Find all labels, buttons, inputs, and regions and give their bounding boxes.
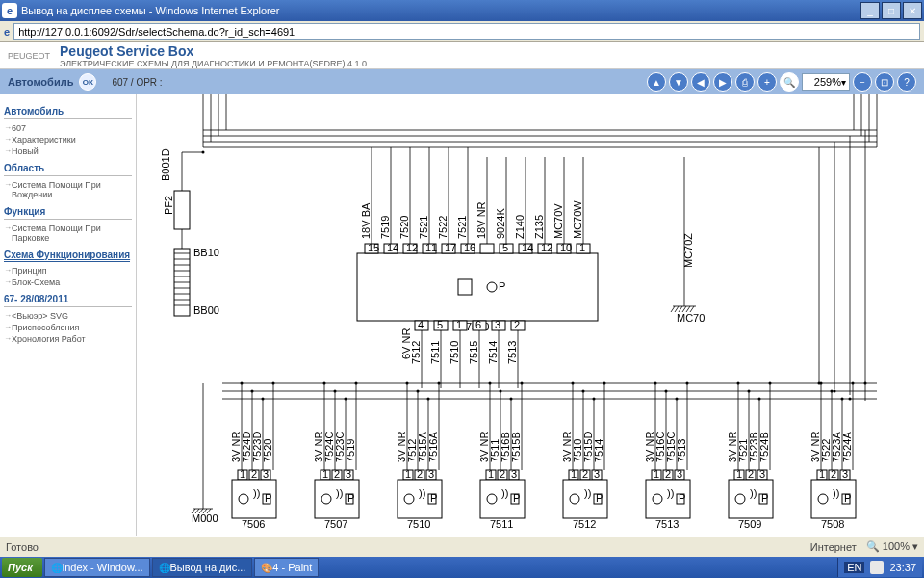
svg-point-255 — [676, 398, 679, 401]
minimize-button[interactable]: _ — [860, 2, 880, 19]
fit-button[interactable]: ⊡ — [875, 72, 894, 92]
sidebar-item-history[interactable]: Хронология Работ — [4, 333, 132, 345]
svg-text:6: 6 — [475, 319, 481, 330]
svg-text:18V  NR: 18V NR — [475, 201, 487, 239]
app-subtitle: ЭЛЕКТРИЧЕСКИЕ СХЕМЫ ДЛЯ ДИАГНОСТИКИ И РЕ… — [60, 59, 367, 68]
svg-point-159 — [345, 398, 347, 401]
status-internet: Интернет — [810, 541, 857, 553]
svg-text:14: 14 — [387, 242, 398, 253]
svg-text:MC70Z: MC70Z — [682, 233, 694, 268]
search-button[interactable]: 🔍 — [780, 72, 799, 92]
address-input[interactable]: http://127.0.0.1:6092/Sdr/selectSchema.d… — [13, 23, 920, 40]
svg-text:9024K: 9024K — [495, 208, 506, 239]
taskbar-item-paint[interactable]: 🎨 4 - Paint — [254, 558, 319, 577]
sidebar-item-parking[interactable]: Система Помощи При Парковке — [4, 223, 132, 244]
svg-text:1: 1 — [579, 242, 585, 253]
svg-text:)): )) — [584, 487, 591, 499]
svg-text:2: 2 — [514, 319, 520, 330]
svg-point-162 — [355, 382, 358, 385]
status-zoom: 🔍 100% ▾ — [866, 540, 918, 553]
svg-point-135 — [262, 398, 265, 401]
taskbar-item-schema[interactable]: 🌐 Вывод на дис... — [152, 558, 253, 577]
svg-text:)): )) — [501, 487, 508, 499]
sidebar-item-principle[interactable]: Принцип — [4, 265, 132, 276]
svg-point-177 — [406, 382, 409, 385]
zoom-field[interactable]: 259% ▾ — [802, 73, 850, 91]
svg-text:7513: 7513 — [655, 518, 679, 530]
svg-text:)): )) — [253, 487, 260, 499]
schematic-diagram[interactable]: B001DPF2BB10BB007500P1514121117165141210… — [137, 94, 924, 557]
svg-point-138 — [272, 382, 275, 385]
svg-point-204 — [500, 390, 502, 393]
nav-down-button[interactable]: ▼ — [669, 72, 688, 92]
svg-text:7524B: 7524B — [758, 432, 770, 462]
svg-point-258 — [686, 382, 689, 385]
tray-icon[interactable] — [870, 561, 884, 574]
svg-text:18V  BA: 18V BA — [360, 202, 372, 239]
svg-text:1: 1 — [488, 468, 494, 480]
close-button[interactable]: ✕ — [903, 2, 922, 19]
svg-text:1: 1 — [405, 468, 411, 480]
svg-point-225 — [572, 382, 575, 385]
help-button[interactable]: ? — [897, 72, 916, 92]
maximize-button[interactable]: □ — [882, 2, 901, 19]
svg-text:BB00: BB00 — [193, 304, 219, 316]
svg-text:3: 3 — [677, 468, 682, 480]
svg-text:7512: 7512 — [573, 518, 596, 530]
peugeot-logo: PEUGEOT — [8, 51, 50, 61]
svg-line-111 — [671, 306, 675, 312]
nav-right-button[interactable]: ▶ — [713, 72, 732, 92]
svg-text:1: 1 — [456, 319, 462, 330]
svg-point-282 — [769, 382, 772, 385]
svg-text:)): )) — [750, 487, 757, 499]
sidebar-item-tools[interactable]: Приспособления — [4, 322, 132, 333]
taskbar-item-index[interactable]: 🌐 index - Window... — [44, 558, 150, 577]
sidebar-item-607[interactable]: 607 — [4, 122, 132, 134]
start-button[interactable]: Пуск — [2, 558, 42, 577]
system-tray[interactable]: EN 23:37 — [837, 558, 922, 577]
address-url: http://127.0.0.1:6092/Sdr/selectSchema.d… — [18, 26, 295, 38]
sidebar-item-new[interactable]: Новый — [4, 145, 132, 157]
svg-text:7515: 7515 — [468, 341, 479, 364]
svg-point-303 — [841, 398, 844, 401]
svg-point-279 — [758, 398, 761, 401]
sidebar-item-specs[interactable]: Характеристики — [4, 134, 132, 145]
svg-point-180 — [417, 390, 420, 393]
svg-text:P: P — [499, 280, 505, 292]
print-button[interactable]: ⎙ — [735, 72, 755, 92]
tray-lang[interactable]: EN — [844, 562, 864, 573]
nav-left-button[interactable]: ◀ — [691, 72, 710, 92]
svg-text:3: 3 — [842, 468, 848, 480]
svg-text:7511: 7511 — [490, 518, 513, 530]
sidebar-item-svg[interactable]: <Вьюэр> SVG — [4, 310, 132, 322]
svg-text:)): )) — [419, 487, 425, 499]
nav-up-button[interactable]: ▲ — [647, 72, 666, 92]
svg-text:M000: M000 — [192, 512, 218, 524]
svg-text:3: 3 — [346, 468, 351, 480]
svg-point-210 — [521, 382, 524, 385]
svg-point-183 — [427, 398, 430, 401]
ok-button[interactable]: ОК — [79, 73, 96, 91]
svg-text:)): )) — [833, 487, 839, 499]
svg-text:7510: 7510 — [449, 341, 460, 364]
sidebar-item-block[interactable]: Блок-Схема — [4, 276, 132, 288]
window-title: Вывод на дисплее схемы - Windows Interne… — [21, 5, 280, 16]
window-titlebar: e Вывод на дисплее схемы - Windows Inter… — [0, 0, 924, 21]
svg-text:5: 5 — [502, 242, 508, 253]
sidebar-item-driver-assist[interactable]: Система Помощи При Вождении — [4, 179, 132, 200]
svg-rect-0 — [174, 191, 190, 229]
side-h-function: Функция — [4, 206, 132, 220]
svg-text:P: P — [761, 492, 768, 504]
svg-text:MC70W: MC70W — [572, 200, 583, 239]
svg-text:3: 3 — [759, 468, 765, 480]
zoom-in-button[interactable]: + — [757, 72, 777, 92]
svg-text:7515B: 7515B — [510, 432, 522, 462]
svg-text:3: 3 — [263, 468, 269, 480]
svg-text:1: 1 — [736, 468, 742, 480]
svg-text:14: 14 — [522, 242, 533, 253]
svg-point-325 — [834, 390, 836, 393]
svg-text:10: 10 — [560, 242, 572, 253]
ie-icon: e — [2, 3, 17, 18]
zoom-out-button[interactable]: − — [853, 72, 872, 92]
svg-text:MC70: MC70 — [677, 312, 705, 324]
